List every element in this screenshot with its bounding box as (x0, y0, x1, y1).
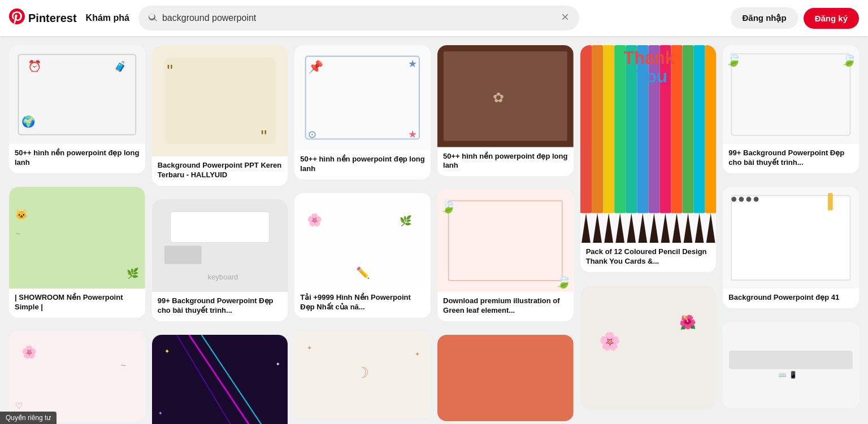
search-bar (138, 6, 579, 30)
svg-text:~: ~ (15, 228, 20, 238)
pin-label: 99+ Background Powerpoint Đẹp cho bài th… (723, 144, 859, 173)
signup-button[interactable]: Đăng ký (804, 8, 859, 29)
svg-text:★: ★ (409, 58, 418, 69)
pin-card[interactable]: Background Powerpoint đẹp 41 (723, 187, 859, 308)
pin-label: | SHOWROOM Nền Powerpoint Simple | (9, 289, 145, 318)
svg-rect-80 (723, 45, 859, 144)
explore-button[interactable]: Khám phá (84, 8, 132, 28)
svg-rect-73 (705, 45, 716, 213)
pin-card[interactable]: ✿50++ hình nền powerpoint đẹp long lanh (437, 45, 574, 176)
svg-text:🍃: 🍃 (555, 273, 572, 289)
svg-text:Thank: Thank (623, 48, 675, 67)
svg-rect-90 (828, 193, 833, 211)
pin-card[interactable]: 📌 ★ ★ ⊙50++ hình nền powerpoint đẹp long… (294, 45, 431, 180)
svg-text:✦: ✦ (164, 347, 170, 354)
svg-text:🍃: 🍃 (440, 198, 457, 214)
header: Pinterest Khám phá Đăng nhập Đăng ký (0, 0, 868, 36)
svg-text:♡: ♡ (15, 401, 23, 410)
svg-text:⊙: ⊙ (308, 129, 316, 140)
logo-text: Pinterest (28, 12, 77, 25)
svg-text:You: You (636, 67, 667, 86)
pin-card[interactable]: " "Background Powerpoint PPT Keren Terba… (152, 45, 288, 186)
svg-point-88 (747, 196, 752, 202)
svg-rect-69 (682, 45, 693, 213)
pin-card[interactable]: 🌸 ~ ♡ (9, 331, 145, 421)
svg-text:🌺: 🌺 (679, 314, 697, 330)
svg-text:✦: ✦ (415, 351, 420, 357)
column-3: 📌 ★ ★ ⊙50++ hình nền powerpoint đẹp long… (294, 45, 431, 424)
svg-rect-71 (693, 45, 705, 213)
svg-text:🌍: 🌍 (21, 115, 36, 128)
svg-text:⌨️ 📱: ⌨️ 📱 (779, 371, 798, 379)
svg-text:📌: 📌 (308, 59, 324, 75)
privacy-label[interactable]: Quyền riêng tư (0, 412, 57, 424)
pinterest-logo-icon (9, 8, 25, 28)
svg-text:☽: ☽ (357, 364, 370, 381)
pin-label: Tải +9999 Hình Nền Powerpoint Đẹp Nhất c… (294, 289, 431, 318)
svg-text:🍃: 🍃 (726, 51, 743, 67)
svg-text:✦: ✦ (275, 361, 280, 366)
login-button[interactable]: Đăng nhập (731, 7, 797, 29)
svg-rect-18 (170, 212, 269, 243)
svg-text:🧳: 🧳 (114, 60, 127, 73)
pin-card[interactable] (437, 335, 574, 421)
clear-search-icon[interactable] (560, 12, 570, 25)
pin-card[interactable]: 🌸 🌺 (580, 286, 717, 409)
svg-rect-92 (729, 351, 853, 369)
svg-rect-14 (164, 58, 276, 144)
svg-rect-55 (603, 45, 614, 213)
column-6: 🍃 🍃99+ Background Powerpoint Đẹp cho bài… (723, 45, 859, 415)
svg-rect-45 (437, 190, 574, 292)
svg-text:": " (261, 127, 267, 146)
main-content: ⏰ 🧳 🌍50++ hình nền powerpoint đẹp long l… (0, 0, 868, 424)
pin-card[interactable]: ThankYouPack of 12 Coloured Pencil Desig… (580, 45, 717, 272)
pin-card[interactable]: 🍃 🍃Download premium illustration of Gree… (437, 190, 574, 321)
svg-text:✏️: ✏️ (357, 265, 371, 279)
svg-rect-19 (164, 246, 202, 264)
svg-text:keyboard: keyboard (207, 273, 238, 281)
svg-text:⏰: ⏰ (28, 59, 42, 73)
pin-card[interactable]: ✦ ✦ ✦Simple Atmospheric Purple Backgroun… (152, 335, 288, 424)
pin-card[interactable]: 🐱 ~ 🌿| SHOWROOM Nền Powerpoint Simple | (9, 187, 145, 318)
svg-text:": " (167, 62, 173, 81)
svg-text:🌸: 🌸 (307, 212, 323, 227)
search-input[interactable] (162, 13, 555, 23)
svg-text:~: ~ (120, 360, 126, 371)
svg-rect-59 (626, 45, 637, 213)
pin-label: Download premium illustration of Green l… (437, 292, 574, 321)
pins-grid: ⏰ 🧳 🌍50++ hình nền powerpoint đẹp long l… (9, 45, 859, 424)
svg-rect-67 (671, 45, 682, 213)
svg-text:🍃: 🍃 (840, 51, 858, 67)
svg-point-87 (739, 196, 744, 202)
pin-label: Background Powerpoint đẹp 41 (723, 289, 859, 308)
pin-card[interactable]: ⌨️ 📱 (723, 322, 859, 408)
svg-text:✦: ✦ (158, 410, 163, 416)
header-actions: Đăng nhập Đăng ký (731, 7, 859, 29)
pin-label: Pack of 12 Coloured Pencil Design Thank … (580, 243, 717, 272)
svg-rect-43 (444, 51, 567, 141)
svg-text:🌿: 🌿 (127, 266, 139, 279)
pin-card[interactable]: 🍃 🍃99+ Background Powerpoint Đẹp cho bài… (723, 45, 859, 173)
svg-rect-21 (152, 335, 288, 424)
column-4: ✿50++ hình nền powerpoint đẹp long lanh … (437, 45, 574, 424)
svg-text:✦: ✦ (307, 344, 312, 351)
column-5: ThankYouPack of 12 Coloured Pencil Desig… (580, 45, 717, 416)
svg-rect-53 (592, 45, 603, 213)
svg-text:✿: ✿ (493, 90, 504, 105)
svg-rect-57 (614, 45, 626, 213)
svg-point-86 (732, 196, 737, 202)
svg-text:★: ★ (409, 129, 418, 140)
pin-label: 50++ hình nền powerpoint đẹp long lanh (294, 150, 431, 180)
pin-card[interactable]: ☽ ✦ ✦ (294, 331, 431, 418)
logo[interactable]: Pinterest (9, 8, 77, 28)
pin-card[interactable]: keyboard99+ Background Powerpoint Đẹp ch… (152, 199, 288, 321)
svg-text:🌸: 🌸 (599, 331, 621, 352)
column-2: " "Background Powerpoint PPT Keren Terba… (152, 45, 288, 424)
pin-card[interactable]: ⏰ 🧳 🌍50++ hình nền powerpoint đẹp long l… (9, 45, 145, 173)
pin-card[interactable]: 🌸 🌿 ✏️Tải +9999 Hình Nền Powerpoint Đẹp … (294, 193, 431, 318)
svg-rect-5 (9, 187, 145, 289)
svg-rect-51 (580, 45, 592, 213)
svg-rect-49 (437, 335, 574, 421)
pin-label: Background Powerpoint PPT Keren Terbaru … (152, 156, 288, 186)
pin-label: 50++ hình nền powerpoint đẹp long lanh (437, 147, 574, 177)
